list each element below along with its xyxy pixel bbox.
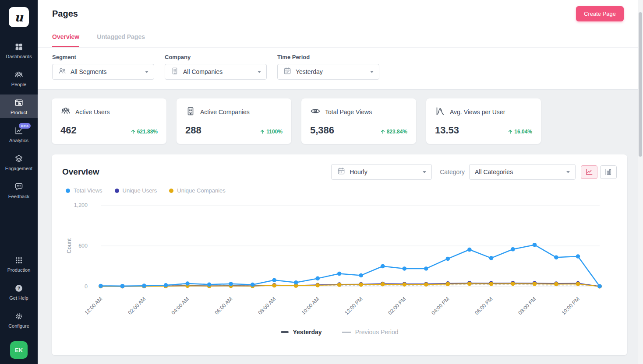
stat-delta: 621.88% — [131, 129, 158, 136]
svg-text:02:00 AM: 02:00 AM — [127, 296, 147, 316]
legend-unique-users[interactable]: Unique Users — [115, 187, 157, 194]
sidebar-item-people[interactable]: People — [0, 66, 38, 90]
stat-card-active-users: Active Users 462 621.88% — [52, 98, 166, 144]
chevron-down-icon — [370, 71, 374, 73]
svg-text:1,200: 1,200 — [74, 202, 88, 208]
segment-select[interactable]: All Segments — [52, 64, 154, 80]
page-title: Pages — [52, 9, 78, 19]
beta-badge: Beta — [19, 123, 31, 129]
sidebar-item-label: Product — [11, 110, 27, 115]
filter-bar: Segment All Segments Company All Compani… — [38, 48, 643, 90]
content-area: Active Users 462 621.88% Active Companie… — [38, 90, 643, 355]
legend-yesterday[interactable]: Yesterday — [281, 329, 322, 336]
granularity-select[interactable]: Hourly — [331, 164, 432, 180]
chevron-down-icon — [566, 171, 570, 173]
yesterday-swatch — [281, 331, 289, 333]
svg-text:02:00 PM: 02:00 PM — [387, 296, 407, 316]
legend-previous-period[interactable]: Previous Period — [342, 329, 399, 336]
stat-value: 288 — [185, 125, 201, 136]
svg-text:04:00 PM: 04:00 PM — [430, 296, 450, 316]
production-grid-icon — [14, 256, 24, 265]
tab-untagged-pages[interactable]: Untagged Pages — [97, 33, 145, 47]
product-icon — [14, 98, 24, 108]
granularity-value: Hourly — [350, 168, 367, 175]
period-legend: Yesterday Previous Period — [62, 329, 617, 336]
sidebar-item-dashboards[interactable]: Dashboards — [0, 38, 38, 62]
arrow-up-icon — [260, 129, 265, 134]
chevron-down-icon — [423, 171, 426, 173]
legend-unique-companies[interactable]: Unique Companies — [169, 187, 226, 194]
series-legend: Total Views Unique Users Unique Companie… — [66, 187, 617, 194]
legend-total-views[interactable]: Total Views — [66, 187, 102, 194]
sidebar-item-analytics[interactable]: Beta Analytics — [0, 122, 38, 146]
company-filter-label: Company — [165, 54, 267, 60]
create-page-button[interactable]: Create Page — [576, 6, 624, 21]
bar-chart-toggle-button[interactable] — [600, 165, 617, 179]
stat-delta: 1100% — [260, 129, 283, 136]
feedback-icon — [14, 182, 24, 192]
stat-value: 13.53 — [435, 125, 459, 136]
stat-card-active-companies: Active Companies 288 1100% — [177, 98, 291, 144]
segment-filter-label: Segment — [52, 54, 154, 60]
sidebar-item-label: Get Help — [9, 295, 28, 301]
svg-text:08:00 AM: 08:00 AM — [257, 296, 277, 316]
building-icon — [185, 106, 196, 118]
svg-text:?: ? — [18, 286, 20, 291]
calendar-icon — [283, 66, 292, 77]
sidebar-item-label: People — [11, 82, 26, 87]
chart-type-toggle — [581, 165, 617, 179]
svg-text:600: 600 — [78, 243, 88, 249]
bell-curve-icon — [435, 106, 445, 118]
overview-section-title: Overview — [62, 167, 99, 177]
userpilot-logo[interactable]: u — [9, 7, 29, 27]
stat-label: Total Page Views — [325, 108, 372, 116]
stat-delta: 16.04% — [508, 129, 532, 136]
company-select[interactable]: All Companies — [165, 64, 267, 80]
time-period-select[interactable]: Yesterday — [277, 64, 379, 80]
sidebar-item-label: Dashboards — [6, 54, 32, 59]
svg-text:12:00 AM: 12:00 AM — [83, 296, 103, 316]
engagement-icon — [14, 154, 24, 164]
help-icon: ? — [14, 284, 24, 293]
user-avatar[interactable]: EK — [10, 341, 28, 359]
chevron-down-icon — [145, 71, 148, 73]
category-select[interactable]: All Categories — [469, 164, 576, 180]
sidebar-item-feedback[interactable]: Feedback — [0, 178, 38, 202]
sidebar-item-production[interactable]: Production — [0, 252, 38, 276]
segment-users-icon — [58, 66, 67, 77]
svg-text:06:00 PM: 06:00 PM — [473, 296, 494, 316]
arrow-up-icon — [131, 129, 136, 134]
sidebar-item-engagement[interactable]: Engagement — [0, 150, 38, 174]
category-label: Category — [440, 168, 465, 175]
svg-text:10:00 PM: 10:00 PM — [560, 296, 580, 316]
line-chart-toggle-button[interactable] — [581, 165, 597, 179]
sidebar-item-label: Analytics — [9, 138, 28, 143]
sidebar-item-label: Configure — [8, 323, 29, 329]
people-icon — [14, 70, 24, 80]
stat-value: 5,386 — [310, 125, 334, 136]
stat-label: Active Companies — [200, 108, 250, 116]
tab-overview[interactable]: Overview — [52, 33, 79, 47]
time-period-value: Yesterday — [296, 68, 323, 75]
category-value: All Categories — [475, 168, 513, 175]
segment-value: All Segments — [71, 68, 106, 75]
dashboards-icon — [14, 42, 24, 52]
scrollbar-thumb[interactable] — [639, 12, 642, 157]
vertical-scrollbar[interactable] — [638, 0, 643, 364]
arrow-up-icon — [508, 129, 513, 134]
unique-users-dot — [115, 189, 119, 193]
svg-text:10:00 AM: 10:00 AM — [300, 296, 321, 316]
company-value: All Companies — [183, 68, 223, 75]
arrow-up-icon — [380, 129, 385, 134]
time-period-filter-label: Time Period — [277, 54, 379, 60]
sidebar-item-get-help[interactable]: ? Get Help — [0, 280, 38, 304]
calendar-icon — [337, 167, 346, 177]
svg-text:Count: Count — [66, 238, 72, 253]
sidebar-item-label: Production — [7, 267, 31, 273]
company-building-icon — [170, 66, 179, 77]
sidebar-item-label: Engagement — [5, 166, 32, 171]
sidebar-item-product[interactable]: Product — [0, 94, 38, 118]
sidebar-item-configure[interactable]: Configure — [0, 308, 38, 332]
tab-bar: Overview Untagged Pages — [52, 33, 624, 47]
chevron-down-icon — [258, 71, 261, 73]
